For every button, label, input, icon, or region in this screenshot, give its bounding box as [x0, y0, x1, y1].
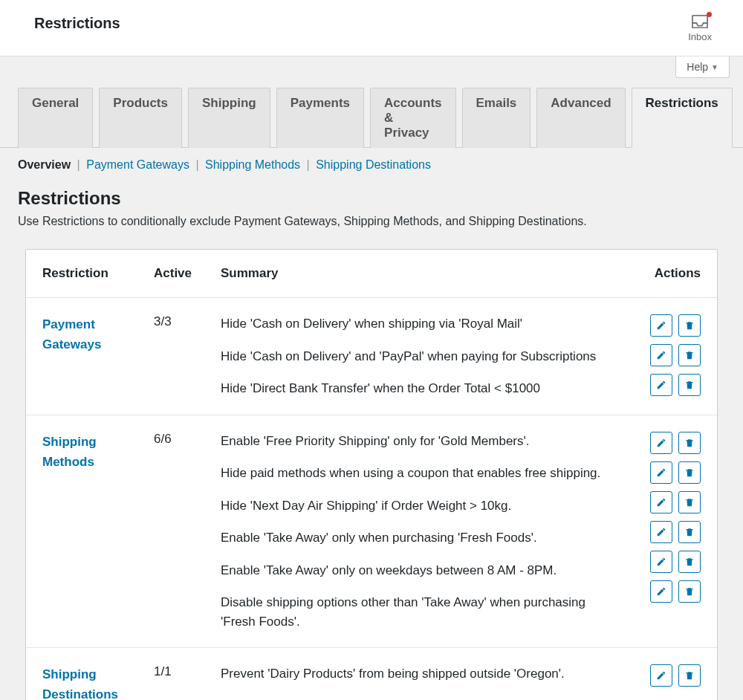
- table-row: Shipping Destinations1/1Prevent 'Dairy P…: [26, 647, 717, 700]
- edit-button[interactable]: [650, 491, 672, 513]
- edit-button[interactable]: [650, 344, 672, 366]
- subnav-shipping-destinations[interactable]: Shipping Destinations: [316, 158, 431, 171]
- summary-text: Hide 'Cash on Delivery' when shipping vi…: [221, 314, 611, 334]
- trash-icon: [684, 527, 695, 537]
- summary-text: Enable 'Take Away' only on weekdays betw…: [221, 561, 611, 580]
- delete-button[interactable]: [678, 664, 701, 687]
- actions-list: [619, 314, 701, 396]
- action-pair: [650, 432, 701, 454]
- restriction-link[interactable]: Shipping Methods: [42, 432, 146, 472]
- delete-button[interactable]: [678, 461, 701, 484]
- pencil-icon: [656, 497, 666, 508]
- pencil-icon: [656, 527, 666, 537]
- tab-advanced[interactable]: Advanced: [536, 88, 625, 148]
- col-header-actions: Actions: [619, 266, 701, 281]
- edit-button[interactable]: [650, 551, 672, 573]
- delete-button[interactable]: [678, 344, 701, 366]
- summary-list: Enable 'Free Priority Shipping' only for…: [221, 432, 611, 632]
- actions-list: [619, 664, 701, 687]
- trash-icon: [684, 467, 695, 478]
- section-description: Use Restrictions to conditionally exclud…: [0, 215, 743, 249]
- action-pair: [650, 551, 701, 573]
- col-header-restriction: Restriction: [42, 266, 146, 281]
- section-title: Restrictions: [0, 182, 743, 215]
- pencil-icon: [656, 380, 666, 390]
- trash-icon: [684, 438, 695, 448]
- page-title: Restrictions: [34, 15, 120, 32]
- tab-products[interactable]: Products: [99, 88, 182, 148]
- actions-list: [619, 432, 701, 603]
- summary-text: Enable 'Free Priority Shipping' only for…: [221, 432, 611, 451]
- action-pair: [650, 374, 701, 396]
- trash-icon: [684, 380, 695, 390]
- pencil-icon: [656, 557, 666, 567]
- help-label: Help: [687, 61, 708, 73]
- summary-list: Prevent 'Dairy Products' from being ship…: [221, 664, 611, 684]
- subnav-overview[interactable]: Overview: [18, 158, 71, 171]
- action-pair: [650, 664, 701, 687]
- tab-payments[interactable]: Payments: [276, 88, 364, 148]
- edit-button[interactable]: [650, 461, 672, 484]
- trash-icon: [684, 350, 695, 360]
- col-header-summary: Summary: [221, 266, 611, 281]
- delete-button[interactable]: [678, 491, 701, 513]
- action-pair: [650, 580, 701, 603]
- edit-button[interactable]: [650, 314, 672, 337]
- restriction-link[interactable]: Payment Gateways: [42, 314, 146, 354]
- main-tabs: GeneralProductsShippingPaymentsAccounts …: [0, 78, 743, 148]
- delete-button[interactable]: [678, 432, 701, 454]
- summary-list: Hide 'Cash on Delivery' when shipping vi…: [221, 314, 611, 398]
- delete-button[interactable]: [678, 521, 701, 543]
- tab-restrictions[interactable]: Restrictions: [632, 88, 733, 148]
- notification-dot: [707, 12, 712, 17]
- summary-text: Hide 'Direct Bank Transfer' when the Ord…: [221, 379, 611, 398]
- summary-text: Hide 'Next Day Air Shipping' if Order We…: [221, 496, 611, 516]
- action-pair: [650, 461, 701, 484]
- delete-button[interactable]: [678, 374, 701, 396]
- edit-button[interactable]: [650, 664, 672, 687]
- help-button[interactable]: Help ▼: [675, 56, 730, 78]
- inbox-label: Inbox: [688, 31, 712, 42]
- action-pair: [650, 491, 701, 513]
- pencil-icon: [656, 438, 666, 448]
- tab-emails[interactable]: Emails: [462, 88, 531, 148]
- chevron-down-icon: ▼: [711, 63, 718, 71]
- delete-button[interactable]: [678, 314, 701, 337]
- table-row: Shipping Methods6/6Enable 'Free Priority…: [26, 415, 717, 648]
- restriction-link[interactable]: Shipping Destinations: [42, 664, 146, 700]
- summary-text: Hide paid methods when using a coupon th…: [221, 464, 611, 483]
- active-count: 3/3: [154, 314, 213, 329]
- subnav-payment-gateways[interactable]: Payment Gateways: [86, 158, 189, 171]
- edit-button[interactable]: [650, 432, 672, 454]
- trash-icon: [684, 497, 695, 508]
- trash-icon: [684, 586, 695, 597]
- trash-icon: [684, 557, 695, 567]
- summary-text: Disable shipping options other than 'Tak…: [221, 593, 611, 631]
- summary-text: Prevent 'Dairy Products' from being ship…: [221, 664, 611, 684]
- action-pair: [650, 344, 701, 366]
- delete-button[interactable]: [678, 551, 701, 573]
- pencil-icon: [656, 670, 666, 681]
- pencil-icon: [656, 467, 666, 478]
- subnav-shipping-methods[interactable]: Shipping Methods: [205, 158, 300, 171]
- summary-text: Hide 'Cash on Delivery' and 'PayPal' whe…: [221, 347, 611, 366]
- action-pair: [650, 314, 701, 337]
- edit-button[interactable]: [650, 580, 672, 603]
- summary-text: Enable 'Take Away' only when purchasing …: [221, 528, 611, 548]
- tab-accounts-privacy[interactable]: Accounts & Privacy: [370, 88, 455, 148]
- active-count: 1/1: [154, 664, 213, 679]
- pencil-icon: [656, 586, 666, 597]
- tab-general[interactable]: General: [18, 88, 93, 148]
- delete-button[interactable]: [678, 580, 701, 603]
- pencil-icon: [656, 350, 666, 360]
- inbox-icon: [692, 15, 708, 30]
- action-pair: [650, 521, 701, 543]
- edit-button[interactable]: [650, 374, 672, 396]
- subnav: Overview | Payment Gateways | Shipping M…: [0, 148, 743, 182]
- tab-shipping[interactable]: Shipping: [188, 88, 270, 148]
- trash-icon: [684, 320, 695, 331]
- col-header-active: Active: [154, 266, 213, 281]
- inbox-button[interactable]: Inbox: [688, 15, 725, 42]
- edit-button[interactable]: [650, 521, 672, 543]
- restrictions-table: Restriction Active Summary Actions Payme…: [25, 249, 718, 700]
